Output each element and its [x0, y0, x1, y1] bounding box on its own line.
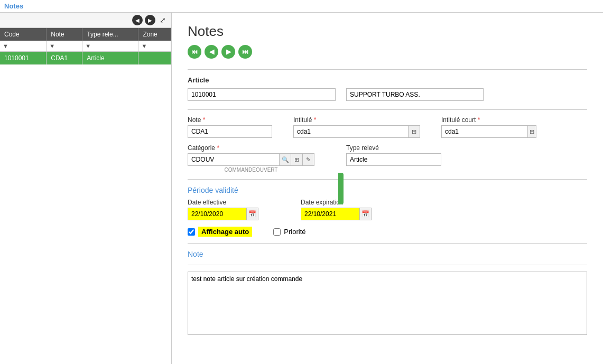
- filter-type-icon[interactable]: ▼: [85, 43, 91, 49]
- left-panel: ◀ ▶ ⤢ Code Note Type rele... Zone ▼ ▼ ▼ …: [0, 13, 172, 364]
- side-tab[interactable]: [338, 173, 344, 204]
- divider-5: [188, 265, 587, 265]
- note-textarea[interactable]: test note article sur création commande: [188, 272, 587, 335]
- next-btn[interactable]: ▶: [145, 15, 155, 25]
- left-panel-toolbar: ◀ ▶ ⤢: [0, 13, 171, 28]
- prev-btn[interactable]: ◀: [132, 15, 143, 25]
- right-panel: Notes ⏮ ◀ ▶ ⏭ Article Note *: [172, 13, 603, 364]
- affichage-auto-checkbox[interactable]: [188, 228, 195, 236]
- col-code: Code: [0, 28, 47, 41]
- priorite-label: Priorité: [284, 228, 305, 236]
- type-releve-group: Type relevé: [346, 144, 441, 166]
- col-zone: Zone: [138, 28, 171, 41]
- intitule-court-input-wrapper: ⊞: [441, 125, 536, 138]
- categorie-search-btn[interactable]: 🔍: [279, 154, 291, 165]
- date-effective-label: Date effective: [188, 199, 258, 206]
- nav-first[interactable]: ⏮: [188, 45, 201, 59]
- date-expiration-input[interactable]: [301, 208, 359, 220]
- divider-1: [188, 69, 587, 70]
- categorie-type-row: Catégorie * 🔍 ⊞ ✎ COMMANDEOUVERT Type re…: [188, 144, 587, 173]
- col-type: Type rele...: [82, 28, 138, 41]
- priorite-checkbox[interactable]: [273, 228, 281, 236]
- dates-row: Date effective 📅 Date expiration 📅: [188, 199, 587, 220]
- article-label: Article: [188, 76, 587, 84]
- divider-3: [188, 179, 587, 180]
- note-required: *: [203, 116, 206, 124]
- row-type: Article: [82, 52, 138, 65]
- intitule-court-group: Intitulé court * ⊞: [441, 116, 536, 138]
- article-section: Article: [188, 76, 587, 101]
- divider-4: [188, 243, 587, 244]
- intitule-btn[interactable]: ⊞: [408, 126, 420, 137]
- row-code: 1010001: [0, 52, 47, 65]
- date-expiration-calendar-icon[interactable]: 📅: [359, 208, 371, 220]
- divider-2: [188, 109, 587, 110]
- categorie-hint: COMMANDEOUVERT: [188, 167, 314, 173]
- nav-next[interactable]: ▶: [221, 45, 235, 59]
- categorie-input[interactable]: [188, 154, 279, 165]
- nav-prev[interactable]: ◀: [205, 45, 218, 59]
- note-label: Note *: [188, 116, 272, 124]
- date-effective-input[interactable]: [188, 208, 246, 220]
- article-row: [188, 88, 587, 101]
- article-name-input[interactable]: [346, 88, 484, 101]
- intitule-label: Intitulé *: [293, 116, 420, 124]
- note-group: Note *: [188, 116, 272, 138]
- intitule-group: Intitulé * ⊞: [293, 116, 420, 138]
- filter-note-icon[interactable]: ▼: [49, 43, 55, 49]
- affichage-auto-item[interactable]: Affichage auto: [188, 227, 252, 237]
- col-note: Note: [47, 28, 82, 41]
- intitule-court-label: Intitulé court *: [441, 116, 536, 124]
- top-bar: Notes: [0, 0, 603, 13]
- periode-validite-title[interactable]: Période validité: [188, 186, 587, 194]
- row-note: CDA1: [47, 52, 82, 65]
- row-zone: [138, 52, 171, 65]
- nav-last[interactable]: ⏭: [238, 45, 252, 59]
- date-effective-wrapper: 📅: [188, 208, 258, 220]
- filter-code-icon[interactable]: ▼: [3, 43, 8, 49]
- list-table: Code Note Type rele... Zone ▼ ▼ ▼ ▼ 1010…: [0, 28, 171, 65]
- categorie-label: Catégorie *: [188, 144, 314, 152]
- note-section-title[interactable]: Note: [188, 250, 587, 258]
- filter-zone-icon[interactable]: ▼: [141, 43, 147, 49]
- date-expiration-label: Date expiration: [301, 199, 372, 206]
- type-releve-label: Type relevé: [346, 144, 441, 152]
- intitule-input-wrapper: ⊞: [293, 125, 420, 138]
- note-input[interactable]: [188, 125, 272, 138]
- categorie-required: *: [217, 144, 219, 152]
- type-releve-input[interactable]: [346, 153, 441, 166]
- categorie-edit-btn[interactable]: ✎: [302, 154, 314, 165]
- article-code-input[interactable]: [188, 88, 336, 101]
- checkbox-row: Affichage auto Priorité: [188, 227, 587, 237]
- intitule-court-required: *: [478, 116, 480, 124]
- affichage-auto-label: Affichage auto: [198, 227, 252, 237]
- date-effective-group: Date effective 📅: [188, 199, 258, 220]
- expand-btn[interactable]: ⤢: [157, 15, 168, 25]
- date-effective-calendar-icon[interactable]: 📅: [246, 208, 258, 220]
- notes-link[interactable]: Notes: [4, 2, 23, 10]
- intitule-court-btn[interactable]: ⊞: [527, 126, 536, 137]
- categorie-copy-btn[interactable]: ⊞: [291, 154, 302, 165]
- intitule-court-input[interactable]: [442, 126, 527, 137]
- date-expiration-wrapper: 📅: [301, 208, 372, 220]
- intitule-required: *: [314, 116, 317, 124]
- priorite-item[interactable]: Priorité: [273, 228, 305, 236]
- filter-row: ▼ ▼ ▼ ▼: [0, 41, 171, 52]
- categorie-input-wrapper: 🔍 ⊞ ✎: [188, 153, 314, 166]
- page-title: Notes: [188, 23, 587, 40]
- intitule-input[interactable]: [294, 126, 408, 137]
- categorie-group: Catégorie * 🔍 ⊞ ✎ COMMANDEOUVERT: [188, 144, 314, 173]
- note-intitule-row: Note * Intitulé * ⊞ Intitulé court *: [188, 116, 587, 138]
- table-row[interactable]: 1010001 CDA1 Article: [0, 52, 171, 65]
- date-expiration-group: Date expiration 📅: [301, 199, 372, 220]
- nav-controls: ⏮ ◀ ▶ ⏭: [188, 45, 587, 59]
